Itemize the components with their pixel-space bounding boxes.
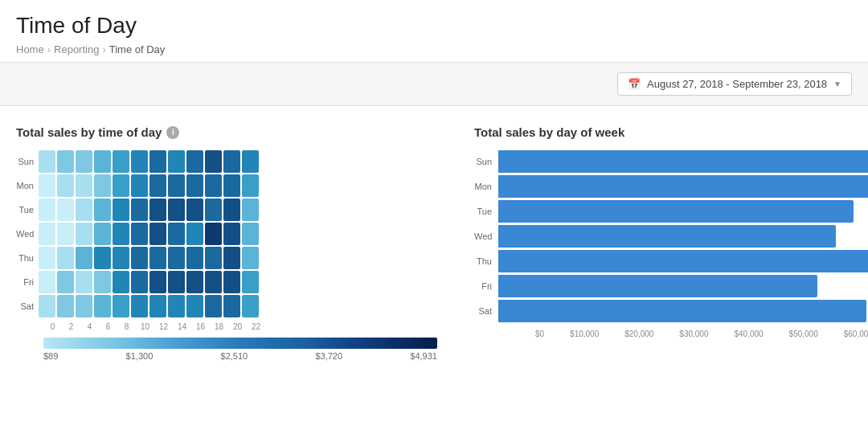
- bar-fill: [498, 225, 836, 248]
- heatmap-row: Sun: [16, 150, 442, 173]
- heatmap-cell: [168, 223, 185, 245]
- heatmap-cell: [76, 223, 92, 245]
- heatmap-x-axis: 0246810121416182022: [43, 322, 442, 331]
- heatmap-cell: [76, 199, 92, 221]
- heatmap-cell: [131, 295, 148, 317]
- heatmap-cell: [149, 150, 166, 173]
- charts-area: Total sales by time of day i SunMonTueWe…: [0, 125, 868, 377]
- heatmap-row-label: Tue: [16, 205, 39, 215]
- heatmap-cell: [57, 150, 74, 173]
- bar-fill: [498, 175, 868, 198]
- heatmap-cell: [94, 247, 111, 269]
- heatmap-cell: [168, 247, 185, 269]
- page-title: Time of Day: [16, 13, 852, 39]
- heatmap-cell: [223, 150, 240, 173]
- heatmap-cell: [39, 174, 55, 197]
- toolbar: 📅 August 27, 2018 - September 23, 2018 ▼: [0, 62, 868, 106]
- legend-label: $2,510: [221, 351, 248, 361]
- legend-label: $3,720: [315, 351, 342, 361]
- heatmap-cell: [113, 150, 129, 173]
- legend-label: $4,931: [410, 351, 437, 361]
- bar-row: Sun: [474, 150, 868, 173]
- heatmap-cell: [76, 247, 92, 269]
- heatmap-cell: [57, 174, 74, 197]
- breadcrumb-home[interactable]: Home: [16, 43, 44, 55]
- bar-row: Sat: [474, 300, 868, 322]
- heatmap-cell: [39, 295, 55, 317]
- heatmap-cell: [113, 271, 129, 293]
- heatmap-cell: [223, 199, 240, 221]
- heatmap-cell: [242, 247, 259, 269]
- heatmap-cell: [205, 295, 222, 317]
- heatmap-cell: [76, 295, 92, 317]
- breadcrumb: Home › Reporting › Time of Day: [16, 43, 852, 55]
- bar-row-label: Thu: [474, 256, 498, 266]
- heatmap-cell: [205, 271, 222, 293]
- date-range-picker[interactable]: 📅 August 27, 2018 - September 23, 2018 ▼: [617, 72, 852, 96]
- heatmap-cell: [113, 247, 129, 269]
- heatmap-cell: [149, 199, 166, 221]
- heatmap-cell: [186, 295, 203, 317]
- heatmap-x-label: 2: [62, 322, 80, 331]
- heatmap-cell: [168, 271, 185, 293]
- heatmap-cell: [57, 295, 74, 317]
- calendar-icon: 📅: [628, 78, 641, 90]
- heatmap-x-label: 22: [247, 322, 265, 331]
- heatmap-cell: [113, 199, 129, 221]
- heatmap-cell: [186, 223, 203, 245]
- heatmap-cell: [223, 174, 240, 197]
- heatmap-cell: [149, 295, 166, 317]
- bar-fill: [498, 150, 868, 173]
- legend-bar: [43, 338, 437, 349]
- heatmap-cell: [149, 223, 166, 245]
- heatmap-cell: [113, 295, 129, 317]
- heatmap-cell: [94, 295, 111, 317]
- heatmap-grid: SunMonTueWedThuFriSat: [16, 150, 442, 319]
- legend-label: $1,300: [126, 351, 154, 361]
- bar-x-label: $50,000: [789, 330, 818, 338]
- page-header: Time of Day Home › Reporting › Time of D…: [0, 0, 868, 62]
- bar-row-label: Sat: [474, 306, 498, 316]
- heatmap-cell: [113, 223, 129, 245]
- bar-row-label: Mon: [474, 182, 498, 191]
- heatmap-cell: [149, 247, 166, 269]
- heatmap-x-label: 0: [43, 322, 62, 331]
- heatmap-cell: [242, 174, 259, 197]
- chevron-down-icon: ▼: [833, 80, 841, 88]
- bar-row-label: Sun: [474, 157, 498, 166]
- heatmap-row: Tue: [16, 199, 442, 221]
- heatmap-cell: [223, 247, 240, 269]
- bar-x-label: $40,000: [734, 330, 763, 338]
- heatmap-row-label: Fri: [16, 277, 39, 287]
- heatmap-cell: [168, 150, 185, 173]
- heatmap-info-icon[interactable]: i: [166, 126, 179, 139]
- heatmap-cell: [131, 174, 148, 197]
- heatmap-x-label: 8: [117, 322, 136, 331]
- heatmap-cell: [94, 150, 111, 173]
- bar-x-label: $60,000: [844, 330, 868, 338]
- heatmap-cell: [39, 271, 55, 293]
- heatmap-cell: [205, 174, 222, 197]
- heatmap-cell: [39, 247, 55, 269]
- heatmap-row: Thu: [16, 247, 442, 269]
- bar-chart-section: Total sales by day of week SunMonTueWedT…: [474, 125, 868, 361]
- heatmap-cell: [223, 223, 240, 245]
- heatmap-container: SunMonTueWedThuFriSat 024681012141618202…: [16, 150, 442, 361]
- heatmap-cell: [113, 174, 129, 197]
- heatmap-row-label: Thu: [16, 253, 39, 263]
- heatmap-row-label: Sat: [16, 301, 39, 311]
- heatmap-cell: [39, 199, 55, 221]
- legend-labels: $89$1,300$2,510$3,720$4,931: [43, 351, 437, 361]
- heatmap-x-label: 18: [210, 322, 228, 331]
- heatmap-cell: [205, 223, 222, 245]
- bar-row-label: Fri: [474, 281, 498, 291]
- legend-container: $89$1,300$2,510$3,720$4,931: [43, 338, 442, 361]
- heatmap-cell: [242, 199, 259, 221]
- bar-x-label: $0: [535, 330, 544, 338]
- heatmap-row-label: Mon: [16, 181, 39, 190]
- breadcrumb-reporting[interactable]: Reporting: [54, 43, 99, 55]
- heatmap-cell: [94, 199, 111, 221]
- heatmap-cell: [39, 223, 55, 245]
- heatmap-cell: [205, 150, 222, 173]
- heatmap-cell: [57, 199, 74, 221]
